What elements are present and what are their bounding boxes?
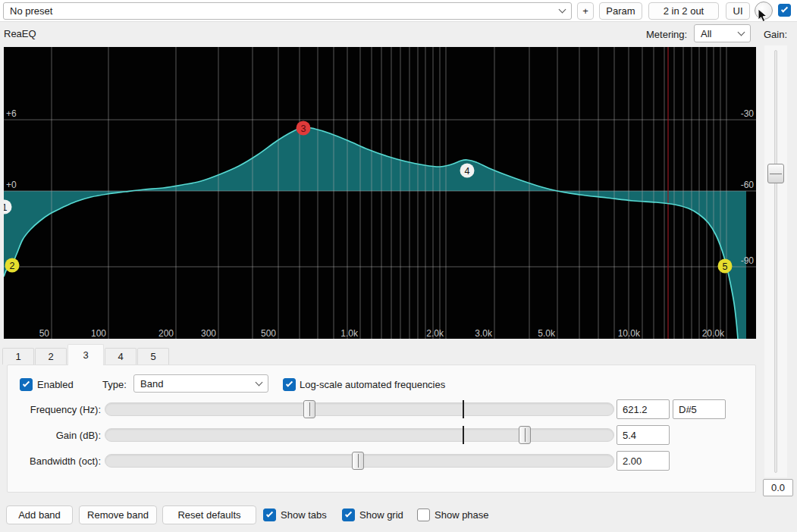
band-handle-number: 1: [4, 202, 8, 213]
freq-tick-label: 2.0k: [426, 328, 444, 339]
chevron-down-icon: [738, 28, 745, 36]
band-type-value: Band: [140, 378, 163, 390]
eq-response-svg: 501002003005001.0k2.0k3.0k5.0k10.0k20.0k…: [4, 47, 756, 339]
tab-label: 4: [118, 351, 123, 362]
check-icon: [781, 5, 788, 12]
param-button-label: Param: [606, 5, 635, 17]
eq-fill-area: [4, 127, 746, 339]
check-icon: [266, 510, 273, 517]
remove-band-label: Remove band: [87, 509, 149, 521]
reset-defaults-button[interactable]: Reset defaults: [162, 505, 256, 524]
eq-graph[interactable]: 501002003005001.0k2.0k3.0k5.0k10.0k20.0k…: [4, 47, 756, 339]
chevron-down-icon: [256, 378, 263, 386]
freq-tick-label: 1.0k: [340, 328, 359, 339]
chevron-down-icon: [559, 6, 566, 14]
show-tabs-label: Show tabs: [281, 509, 327, 521]
output-gain-slider-thumb[interactable]: [767, 164, 784, 183]
io-routing-button[interactable]: 2 in 2 out: [648, 2, 719, 20]
band-handle-3[interactable]: 3: [297, 121, 311, 136]
tab-label: 3: [83, 349, 88, 361]
band-gain-label: Gain (dB):: [7, 430, 101, 441]
preset-dropdown[interactable]: No preset: [3, 2, 572, 20]
band-gain-slider-track[interactable]: [105, 428, 614, 442]
freq-tick-label: 10.0k: [618, 328, 641, 339]
bandwidth-value: 2.00: [623, 455, 642, 467]
tab-band-5[interactable]: 5: [137, 348, 169, 365]
band-handle-5[interactable]: 5: [718, 259, 733, 274]
freq-tick-label: 500: [261, 328, 276, 339]
freq-tick-label: 300: [201, 328, 216, 339]
add-band-button[interactable]: Add band: [6, 505, 73, 524]
band-gain-value: 5.4: [623, 430, 636, 441]
frequency-label: Frequency (Hz):: [7, 404, 101, 415]
band-type-dropdown[interactable]: Band: [133, 374, 268, 393]
metering-value: All: [701, 28, 711, 39]
bandwidth-value-field[interactable]: 2.00: [617, 451, 670, 471]
band-gain-center-tick: [463, 426, 464, 444]
freq-tick-label: 100: [91, 328, 106, 339]
meter-tick-label: -30: [741, 108, 755, 119]
band-handle-number: 3: [301, 124, 306, 134]
tab-label: 1: [15, 351, 20, 362]
show-phase-label: Show phase: [435, 509, 489, 521]
band-gain-value-field[interactable]: 5.4: [617, 425, 670, 445]
band-handle-number: 4: [465, 166, 470, 177]
plugin-title: ReaEQ: [4, 28, 36, 39]
show-grid-label: Show grid: [359, 509, 403, 521]
band-handle-2[interactable]: 2: [5, 258, 20, 273]
tab-band-1[interactable]: 1: [2, 348, 34, 365]
log-scale-label: Log-scale automated frequencies: [300, 379, 445, 390]
show-grid-checkbox[interactable]: [342, 509, 355, 521]
ui-button-label: UI: [733, 5, 743, 17]
remove-band-button[interactable]: Remove band: [79, 505, 157, 524]
check-icon: [345, 510, 352, 517]
tab-band-3[interactable]: 3: [67, 344, 104, 365]
frequency-slider-track[interactable]: [105, 402, 614, 416]
metering-dropdown[interactable]: All: [694, 24, 751, 42]
ui-toggle-button[interactable]: UI: [726, 2, 750, 20]
band-enabled-label: Enabled: [37, 379, 74, 390]
output-gain-slider-track[interactable]: [774, 50, 777, 473]
band-handle-number: 2: [10, 261, 15, 271]
add-preset-button[interactable]: +: [577, 2, 594, 20]
add-band-label: Add band: [18, 509, 61, 521]
tab-band-2[interactable]: 2: [35, 348, 67, 365]
check-icon: [286, 380, 293, 386]
freq-tick-label: 20.0k: [702, 328, 725, 339]
bandwidth-slider-thumb[interactable]: [352, 452, 364, 470]
band-handle-number: 5: [723, 261, 728, 272]
preset-value: No preset: [10, 5, 52, 17]
frequency-center-tick: [463, 400, 464, 418]
io-button-label: 2 in 2 out: [664, 5, 704, 17]
frequency-value-field[interactable]: 621.2: [617, 399, 670, 419]
gain-label: Gain:: [764, 29, 787, 40]
metering-label: Metering:: [646, 29, 687, 40]
show-tabs-checkbox[interactable]: [263, 509, 276, 521]
freq-tick-label: 3.0k: [475, 328, 493, 339]
band-handle-4[interactable]: 4: [460, 164, 475, 178]
frequency-slider-thumb[interactable]: [303, 400, 315, 418]
gain-tick-label: +0: [6, 180, 17, 190]
param-button[interactable]: Param: [599, 2, 642, 20]
bandwidth-label: Bandwidth (oct):: [7, 455, 101, 467]
output-gain-value: 0.0: [771, 482, 785, 493]
freq-tick-label: 5.0k: [538, 328, 556, 339]
frequency-value: 621.2: [623, 404, 648, 415]
meter-tick-label: -90: [741, 255, 755, 266]
tab-label: 2: [48, 351, 53, 362]
output-gain-value-field[interactable]: 0.0: [763, 479, 793, 496]
mouse-cursor: [758, 8, 769, 23]
tab-label: 5: [150, 351, 155, 362]
frequency-note-value: D#5: [679, 404, 697, 415]
reset-defaults-label: Reset defaults: [177, 509, 240, 521]
freq-tick-label: 50: [39, 328, 50, 339]
band-gain-slider-thumb[interactable]: [519, 426, 531, 444]
tab-band-4[interactable]: 4: [105, 348, 136, 365]
plus-icon: +: [582, 5, 588, 17]
show-phase-checkbox[interactable]: [417, 509, 430, 521]
frequency-note-field[interactable]: D#5: [673, 399, 726, 419]
log-scale-checkbox[interactable]: [283, 378, 296, 391]
freq-tick-label: 200: [158, 328, 174, 339]
band-enabled-checkbox[interactable]: [20, 378, 33, 391]
fx-enabled-checkbox[interactable]: [778, 4, 791, 17]
